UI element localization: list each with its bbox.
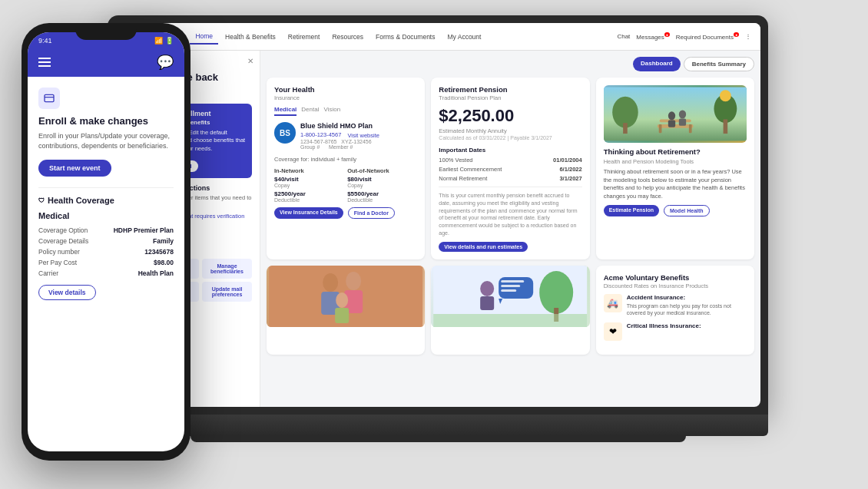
phone-policy-number: Policy number 12345678 (38, 248, 174, 256)
retirement-card-title: Retirement Pension (439, 85, 581, 94)
pension-sublabel: Calculated as of 03/31/2022 | Payable 3/… (439, 135, 581, 140)
webapp-topbar: Your Logo Here Home Health & Benefits Re… (115, 23, 760, 51)
deductible-out-label: Deductible (347, 197, 417, 203)
phone-coverage-details: Coverage Details Family (38, 237, 174, 245)
laptop-foot (190, 436, 686, 442)
dashboard-button[interactable]: Dashboard (633, 57, 681, 71)
nav-required-docs[interactable]: Required Documents● (676, 32, 739, 41)
quick-tool-beneficiaries[interactable]: Manage beneficiaries (202, 259, 252, 279)
svg-rect-32 (433, 314, 587, 327)
insurance-provider: BS Blue Shield HMO Plan 1-800-123-4567 V… (274, 122, 417, 150)
phone-icons: 📶 🔋 (154, 37, 174, 45)
health-card: Your Health Insurance Medical Dental Vis… (267, 78, 425, 259)
acme-accident-title: Accident Insurance: (627, 294, 747, 301)
insurance-logo: BS (274, 122, 296, 144)
phone-enroll-title: Enroll & make changes (38, 115, 174, 127)
phone-content: Enroll & make changes Enroll in your Pla… (28, 77, 184, 308)
phone: 9:41 📶 🔋 💬 Enroll & make changes (22, 23, 190, 461)
thinking-subtitle: Health and Pension Modeling Tools (604, 158, 747, 165)
nav-health[interactable]: Health & Benefits (220, 30, 281, 44)
tab-vision[interactable]: Vision (323, 106, 340, 116)
health-card-title: Your Health (274, 85, 417, 94)
svg-rect-33 (45, 94, 54, 101)
find-doctor-button[interactable]: Find a Doctor (348, 207, 395, 219)
family-photo-card (267, 266, 425, 355)
svg-rect-2 (623, 123, 628, 134)
acme-card: Acme Voluntary Benefits Discounted Rates… (596, 266, 754, 355)
view-insurance-button[interactable]: View Insurance Details (274, 207, 343, 219)
copay-out: $80/visit (347, 176, 417, 183)
svg-point-13 (720, 90, 731, 101)
phone-start-button[interactable]: Start new event (38, 160, 111, 177)
critical-icon: ❤ (604, 322, 622, 341)
svg-rect-30 (501, 289, 516, 292)
phone-enroll-desc: Enroll in your Plans/Update your coverag… (38, 131, 174, 150)
benefits-summary-button[interactable]: Benefits Summary (684, 57, 754, 71)
nav-messages[interactable]: Messages● (636, 32, 670, 41)
phone-card-icon (38, 88, 60, 109)
nav-retirement[interactable]: Retirement (283, 30, 326, 44)
pension-actions: View details and run estimates (439, 242, 581, 252)
deductible-in-label: Deductible (274, 197, 344, 203)
visit-website-link[interactable]: Visit website (347, 132, 379, 139)
acme-item-critical: ❤ Critical Illness Insurance: (604, 322, 747, 341)
svg-rect-10 (668, 120, 675, 127)
phone-chat-icon[interactable]: 💬 (157, 54, 174, 71)
svg-rect-26 (480, 296, 494, 310)
health-card-actions: View Insurance Details Find a Doctor (274, 207, 417, 219)
laptop-base (108, 415, 768, 436)
nav-account[interactable]: My Account (442, 30, 486, 44)
insurance-phone[interactable]: 1-800-123-4567 (300, 131, 341, 138)
model-health-button[interactable]: Model Health (664, 205, 710, 216)
dashboard-area: Dashboard Benefits Summary Your Health I… (260, 51, 760, 407)
nav-resources[interactable]: Resources (326, 30, 369, 44)
phone-screen: 9:41 📶 🔋 💬 Enroll & make changes (28, 32, 184, 451)
acme-title: Acme Voluntary Benefits (604, 273, 747, 282)
phone-health-title: 🛡 Health Coverage (38, 196, 174, 205)
thinking-card: Thinking about Retirement? Health and Pe… (596, 78, 754, 259)
family-photo (267, 266, 425, 327)
important-dates-title: Important Dates (439, 147, 581, 154)
date-row-vested: 100% Vested 01/01/2004 (439, 157, 581, 164)
svg-rect-8 (689, 124, 692, 133)
svg-rect-12 (678, 119, 685, 126)
svg-point-23 (539, 271, 573, 314)
nav-more-icon[interactable]: ⋮ (745, 33, 751, 40)
thinking-actions: Estimate Pension Model Health (604, 205, 747, 216)
phone-nav-bar: 💬 (28, 48, 184, 77)
svg-rect-7 (658, 124, 661, 133)
svg-rect-28 (501, 280, 524, 282)
deductible-in: $2500/year (274, 190, 344, 197)
laptop-screen-bezel: Your Logo Here Home Health & Benefits Re… (115, 23, 760, 407)
phone-time: 9:41 (38, 37, 52, 45)
acme-accident-desc: This program can help you pay for costs … (627, 302, 747, 316)
estimate-pension-button[interactable]: Estimate Pension (604, 205, 659, 216)
acme-critical-details: Critical Illness Insurance: (627, 322, 701, 331)
run-estimates-button[interactable]: View details and run estimates (439, 242, 528, 252)
phone-view-details-button[interactable]: View details (38, 285, 96, 300)
copay-in: $40/visit (274, 176, 344, 183)
quick-tool-mail[interactable]: Update mail preferences (202, 282, 252, 302)
pension-desc: This is your current monthly pension ben… (439, 187, 581, 237)
phone-carrier: Carrier Health Plan (38, 269, 174, 277)
chat-illustration (431, 266, 589, 327)
out-network-col: Out-of-Network $80/visit Copay $5500/yea… (347, 167, 417, 203)
svg-rect-21 (269, 266, 422, 327)
tab-dental[interactable]: Dental (301, 106, 319, 116)
thinking-title: Thinking about Retirement? (604, 147, 747, 156)
deductible-out: $5500/year (347, 190, 417, 197)
plan-name: Blue Shield HMO Plan (300, 122, 379, 130)
phone-hamburger[interactable] (38, 58, 51, 67)
svg-rect-29 (501, 285, 520, 287)
close-button[interactable]: ✕ (247, 57, 253, 65)
acme-items: 🚑 Accident Insurance: This program can h… (604, 294, 747, 341)
svg-rect-4 (723, 119, 727, 134)
phone-per-pay-cost: Per Pay Cost $98.00 (38, 259, 174, 266)
webapp: Your Logo Here Home Health & Benefits Re… (115, 23, 760, 407)
acme-subtitle: Discounted Rates on Insurance Products (604, 282, 747, 289)
nav-forms[interactable]: Forms & Documents (370, 30, 440, 44)
tab-medical[interactable]: Medical (274, 106, 297, 116)
retirement-card-subtitle: Traditional Pension Plan (439, 94, 581, 101)
nav-chat[interactable]: Chat (617, 33, 630, 40)
nav-home[interactable]: Home (190, 29, 218, 45)
